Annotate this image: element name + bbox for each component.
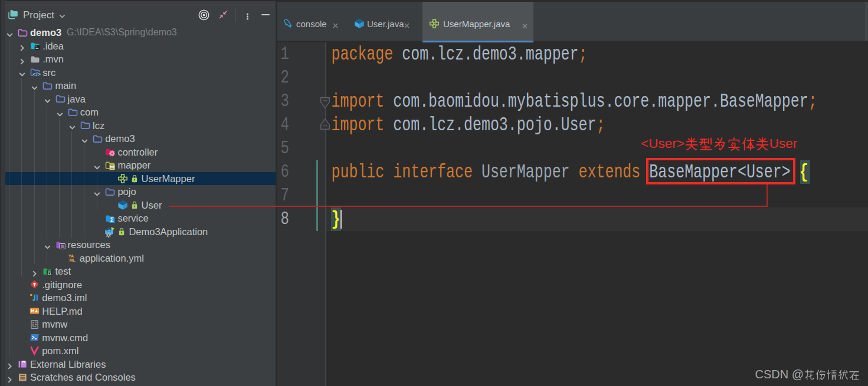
svg-text:Σ: Σ (110, 216, 114, 223)
svg-text:</>: </> (33, 71, 41, 77)
svg-text:ML: ML (69, 258, 76, 262)
svg-text:YA: YA (68, 254, 74, 258)
